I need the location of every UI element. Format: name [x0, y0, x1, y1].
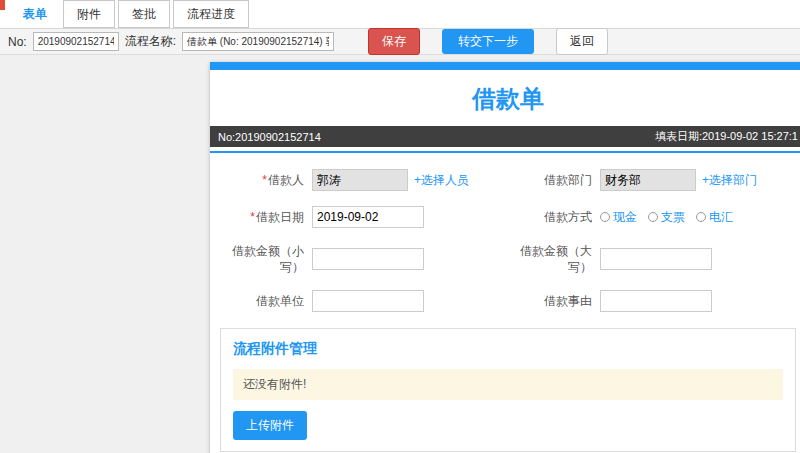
borrow-method-options: 现金 支票 电汇 [600, 209, 796, 226]
method-option-cash[interactable]: 现金 [600, 209, 637, 226]
radio-icon[interactable] [600, 212, 610, 222]
borrow-date-label: *借款日期 [220, 209, 312, 225]
tab-progress[interactable]: 流程进度 [173, 0, 249, 28]
no-attachment-notice: 还没有附件! [233, 369, 783, 400]
borrower-label: *借款人 [220, 172, 312, 188]
method-option-cheque[interactable]: 支票 [648, 209, 685, 226]
radio-icon[interactable] [696, 212, 706, 222]
toolbar: No: 流程名称: 保存 转交下一步 返回 [0, 29, 800, 55]
method-option-wire[interactable]: 电汇 [696, 209, 733, 226]
tab-bar: 表单 附件 签批 流程进度 [0, 0, 800, 29]
reason-input[interactable] [600, 290, 712, 312]
amount-big-input[interactable] [600, 248, 712, 270]
unit-input[interactable] [312, 290, 424, 312]
form-date: 填表日期:2019-09-02 15:27:1 [655, 129, 798, 144]
loan-form-fields: *借款人 +选择人员 借款部门 +选择部门 *借款日期 借款方式 现金 支票 [210, 153, 800, 320]
select-person-link[interactable]: +选择人员 [414, 172, 469, 189]
department-label: 借款部门 [508, 172, 600, 188]
borrow-date-input[interactable] [312, 206, 424, 228]
amount-small-input[interactable] [312, 248, 424, 270]
required-mark: * [262, 173, 267, 187]
no-label: No: [8, 35, 27, 49]
back-button[interactable]: 返回 [556, 28, 608, 55]
loan-form-panel: 借款单 No:20190902152714 填表日期:2019-09-02 15… [210, 62, 800, 453]
amount-big-label: 借款金额（大写） [508, 243, 600, 275]
borrower-input[interactable] [312, 169, 408, 191]
process-name-label: 流程名称: [125, 33, 176, 50]
tab-approval[interactable]: 签批 [118, 0, 170, 28]
amount-small-label: 借款金额（小写） [220, 243, 312, 275]
save-button[interactable]: 保存 [368, 28, 420, 55]
upload-attachment-button[interactable]: 上传附件 [233, 411, 307, 440]
form-meta-bar: No:20190902152714 填表日期:2019-09-02 15:27:… [210, 126, 800, 147]
corner-accent [0, 0, 5, 10]
unit-label: 借款单位 [220, 293, 312, 309]
form-number: No:20190902152714 [218, 131, 321, 143]
borrow-method-label: 借款方式 [508, 209, 600, 225]
next-step-button[interactable]: 转交下一步 [442, 29, 534, 54]
tab-form[interactable]: 表单 [10, 0, 60, 28]
no-input[interactable] [33, 32, 119, 51]
radio-icon[interactable] [648, 212, 658, 222]
page-title: 借款单 [210, 70, 800, 126]
reason-label: 借款事由 [508, 293, 600, 309]
process-name-input[interactable] [182, 32, 334, 51]
tab-attachment[interactable]: 附件 [63, 0, 115, 28]
attachment-section-title: 流程附件管理 [233, 340, 783, 358]
select-department-link[interactable]: +选择部门 [702, 172, 757, 189]
department-input[interactable] [600, 169, 696, 191]
panel-top-accent [210, 62, 800, 70]
attachment-section: 流程附件管理 还没有附件! 上传附件 [220, 328, 796, 452]
required-mark: * [250, 210, 255, 224]
